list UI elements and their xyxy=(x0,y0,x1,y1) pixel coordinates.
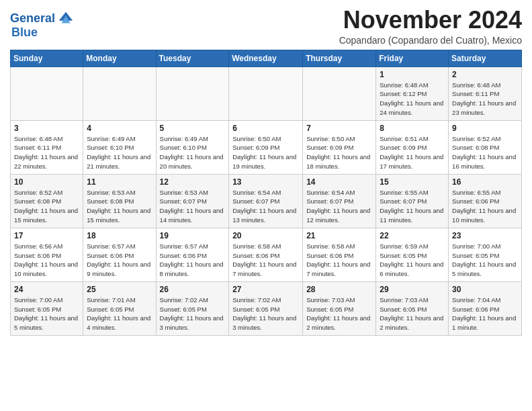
day-info: Sunrise: 7:03 AMSunset: 6:05 PMDaylight:… xyxy=(306,295,372,332)
day-number: 5 xyxy=(160,124,226,133)
day-number: 24 xyxy=(14,285,79,294)
day-header-tuesday: Tuesday xyxy=(156,50,229,66)
day-number: 13 xyxy=(232,177,299,187)
day-info: Sunrise: 6:49 AMSunset: 6:10 PMDaylight:… xyxy=(87,134,152,171)
week-row-3: 10Sunrise: 6:52 AMSunset: 6:08 PMDayligh… xyxy=(11,174,522,228)
day-number: 26 xyxy=(160,285,226,294)
header: General Blue November 2024 Copandaro (Co… xyxy=(10,7,522,46)
day-info: Sunrise: 6:58 AMSunset: 6:06 PMDaylight:… xyxy=(306,242,372,279)
day-header-thursday: Thursday xyxy=(303,50,376,66)
calendar: SundayMondayTuesdayWednesdayThursdayFrid… xyxy=(10,50,522,336)
day-number: 1 xyxy=(380,70,445,79)
calendar-cell xyxy=(303,66,376,120)
calendar-cell: 30Sunrise: 7:04 AMSunset: 6:06 PMDayligh… xyxy=(449,281,522,335)
week-row-4: 17Sunrise: 6:56 AMSunset: 6:06 PMDayligh… xyxy=(11,228,522,281)
day-info: Sunrise: 6:48 AMSunset: 6:11 PMDaylight:… xyxy=(14,134,79,171)
day-number: 7 xyxy=(306,124,372,133)
day-info: Sunrise: 6:49 AMSunset: 6:10 PMDaylight:… xyxy=(160,134,226,171)
day-number: 27 xyxy=(232,285,299,294)
calendar-cell: 10Sunrise: 6:52 AMSunset: 6:08 PMDayligh… xyxy=(11,174,83,228)
day-info: Sunrise: 6:54 AMSunset: 6:07 PMDaylight:… xyxy=(306,188,372,225)
logo-icon xyxy=(56,9,75,28)
day-info: Sunrise: 7:01 AMSunset: 6:05 PMDaylight:… xyxy=(87,295,152,332)
week-row-1: 1Sunrise: 6:48 AMSunset: 6:12 PMDaylight… xyxy=(11,66,522,120)
day-number: 25 xyxy=(87,285,152,294)
day-number: 4 xyxy=(87,124,152,133)
calendar-cell: 17Sunrise: 6:56 AMSunset: 6:06 PMDayligh… xyxy=(11,228,83,281)
calendar-cell: 5Sunrise: 6:49 AMSunset: 6:10 PMDaylight… xyxy=(156,120,229,174)
calendar-cell xyxy=(156,66,229,120)
day-number: 8 xyxy=(380,124,445,133)
calendar-cell: 6Sunrise: 6:50 AMSunset: 6:09 PMDaylight… xyxy=(229,120,303,174)
day-info: Sunrise: 6:58 AMSunset: 6:06 PMDaylight:… xyxy=(232,242,299,279)
calendar-cell: 24Sunrise: 7:00 AMSunset: 6:05 PMDayligh… xyxy=(11,281,83,335)
day-info: Sunrise: 6:57 AMSunset: 6:06 PMDaylight:… xyxy=(87,242,152,279)
day-info: Sunrise: 6:53 AMSunset: 6:07 PMDaylight:… xyxy=(160,188,226,225)
day-number: 9 xyxy=(452,124,518,133)
day-number: 18 xyxy=(87,231,152,240)
calendar-cell: 21Sunrise: 6:58 AMSunset: 6:06 PMDayligh… xyxy=(303,228,376,281)
page: General Blue November 2024 Copandaro (Co… xyxy=(0,0,532,346)
day-number: 10 xyxy=(14,177,79,187)
calendar-cell xyxy=(229,66,303,120)
day-header-sunday: Sunday xyxy=(11,50,83,66)
day-number: 6 xyxy=(232,124,299,133)
day-number: 17 xyxy=(14,231,79,240)
day-info: Sunrise: 6:52 AMSunset: 6:08 PMDaylight:… xyxy=(14,188,79,225)
day-number: 2 xyxy=(452,70,518,79)
day-number: 19 xyxy=(160,231,226,240)
day-info: Sunrise: 7:00 AMSunset: 6:05 PMDaylight:… xyxy=(452,242,518,279)
day-number: 16 xyxy=(452,177,518,187)
calendar-cell: 19Sunrise: 6:57 AMSunset: 6:06 PMDayligh… xyxy=(156,228,229,281)
week-row-2: 3Sunrise: 6:48 AMSunset: 6:11 PMDaylight… xyxy=(11,120,522,174)
calendar-cell: 29Sunrise: 7:03 AMSunset: 6:05 PMDayligh… xyxy=(376,281,449,335)
calendar-cell: 13Sunrise: 6:54 AMSunset: 6:07 PMDayligh… xyxy=(229,174,303,228)
day-header-monday: Monday xyxy=(83,50,156,66)
day-number: 22 xyxy=(380,231,445,240)
calendar-cell: 3Sunrise: 6:48 AMSunset: 6:11 PMDaylight… xyxy=(11,120,83,174)
day-info: Sunrise: 6:51 AMSunset: 6:09 PMDaylight:… xyxy=(380,134,445,171)
calendar-cell: 25Sunrise: 7:01 AMSunset: 6:05 PMDayligh… xyxy=(83,281,156,335)
calendar-cell: 15Sunrise: 6:55 AMSunset: 6:07 PMDayligh… xyxy=(376,174,449,228)
day-info: Sunrise: 6:50 AMSunset: 6:09 PMDaylight:… xyxy=(306,134,372,171)
logo: General Blue xyxy=(10,9,75,40)
calendar-cell: 9Sunrise: 6:52 AMSunset: 6:08 PMDaylight… xyxy=(449,120,522,174)
calendar-cell: 22Sunrise: 6:59 AMSunset: 6:05 PMDayligh… xyxy=(376,228,449,281)
week-row-5: 24Sunrise: 7:00 AMSunset: 6:05 PMDayligh… xyxy=(11,281,522,335)
calendar-cell: 14Sunrise: 6:54 AMSunset: 6:07 PMDayligh… xyxy=(303,174,376,228)
calendar-cell: 16Sunrise: 6:55 AMSunset: 6:06 PMDayligh… xyxy=(449,174,522,228)
day-header-wednesday: Wednesday xyxy=(229,50,303,66)
subtitle: Copandaro (Copandaro del Cuatro), Mexico xyxy=(339,35,522,46)
calendar-cell: 12Sunrise: 6:53 AMSunset: 6:07 PMDayligh… xyxy=(156,174,229,228)
calendar-cell: 18Sunrise: 6:57 AMSunset: 6:06 PMDayligh… xyxy=(83,228,156,281)
day-number: 14 xyxy=(306,177,372,187)
day-number: 12 xyxy=(160,177,226,187)
day-number: 29 xyxy=(380,285,445,294)
day-info: Sunrise: 6:56 AMSunset: 6:06 PMDaylight:… xyxy=(14,242,79,279)
calendar-cell: 4Sunrise: 6:49 AMSunset: 6:10 PMDaylight… xyxy=(83,120,156,174)
day-number: 20 xyxy=(232,231,299,240)
day-header-friday: Friday xyxy=(376,50,449,66)
day-number: 21 xyxy=(306,231,372,240)
day-info: Sunrise: 6:55 AMSunset: 6:06 PMDaylight:… xyxy=(452,188,518,225)
day-info: Sunrise: 7:02 AMSunset: 6:05 PMDaylight:… xyxy=(232,295,299,332)
day-number: 23 xyxy=(452,231,518,240)
calendar-cell: 11Sunrise: 6:53 AMSunset: 6:08 PMDayligh… xyxy=(83,174,156,228)
day-header-saturday: Saturday xyxy=(449,50,522,66)
day-info: Sunrise: 6:59 AMSunset: 6:05 PMDaylight:… xyxy=(380,242,445,279)
day-number: 15 xyxy=(380,177,445,187)
title-block: November 2024 Copandaro (Copandaro del C… xyxy=(339,7,522,46)
day-number: 30 xyxy=(452,285,518,294)
day-info: Sunrise: 6:53 AMSunset: 6:08 PMDaylight:… xyxy=(87,188,152,225)
calendar-cell: 8Sunrise: 6:51 AMSunset: 6:09 PMDaylight… xyxy=(376,120,449,174)
day-info: Sunrise: 6:57 AMSunset: 6:06 PMDaylight:… xyxy=(160,242,226,279)
calendar-header-row: SundayMondayTuesdayWednesdayThursdayFrid… xyxy=(11,50,522,66)
calendar-cell xyxy=(11,66,83,120)
month-title: November 2024 xyxy=(339,7,522,34)
calendar-cell: 28Sunrise: 7:03 AMSunset: 6:05 PMDayligh… xyxy=(303,281,376,335)
calendar-cell: 23Sunrise: 7:00 AMSunset: 6:05 PMDayligh… xyxy=(449,228,522,281)
day-info: Sunrise: 7:02 AMSunset: 6:05 PMDaylight:… xyxy=(160,295,226,332)
day-info: Sunrise: 6:48 AMSunset: 6:12 PMDaylight:… xyxy=(380,81,445,118)
calendar-cell: 1Sunrise: 6:48 AMSunset: 6:12 PMDaylight… xyxy=(376,66,449,120)
day-info: Sunrise: 6:54 AMSunset: 6:07 PMDaylight:… xyxy=(232,188,299,225)
